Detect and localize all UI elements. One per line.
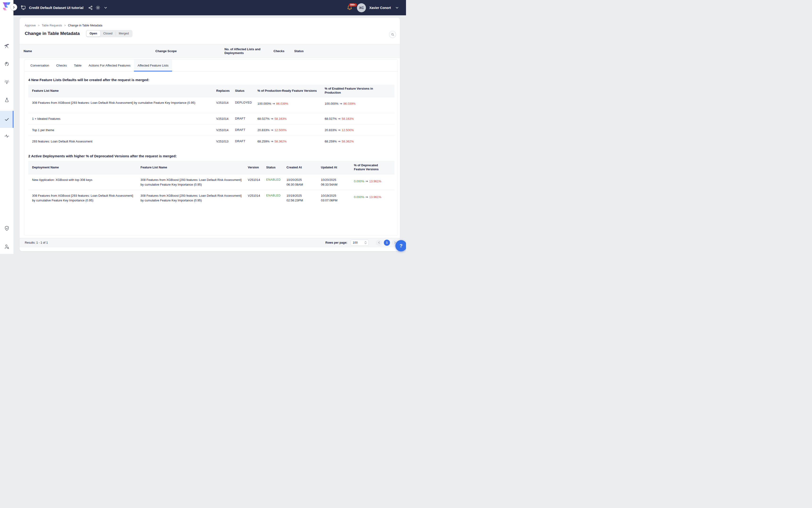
table-row: Top 1 per theme V251014 DRAFT 20.833%⇒12… <box>28 124 395 136</box>
change-arrow: ⇒ <box>269 128 274 132</box>
column-checks: Checks <box>273 49 284 53</box>
version: V251014 <box>248 174 266 185</box>
search-button[interactable] <box>389 31 396 38</box>
main-content-card: Approve > Table Requests > Change in Tab… <box>19 18 400 251</box>
sidebar-item-brain-gear-icon[interactable] <box>0 58 13 69</box>
tab-checks[interactable]: Checks <box>53 59 71 72</box>
change-arrow: ⇒ <box>339 102 344 105</box>
help-button[interactable]: ? <box>395 240 406 251</box>
request-detail-panel: Conversation Checks Table Actions For Af… <box>24 59 398 236</box>
tab-table[interactable]: Table <box>71 59 85 72</box>
created-at: 10/20/2025 06:30:08AM <box>286 174 321 190</box>
request-table-header: Name Change Scope No. of Affected Lists … <box>19 44 400 58</box>
deployment-name: 308 Features from XGBoost [293 features:… <box>28 190 140 206</box>
change-arrow: ⇒ <box>271 102 276 105</box>
sidebar-item-approve-check-icon[interactable] <box>0 114 13 125</box>
user-name: Xavier Conort <box>369 6 391 10</box>
feature-list-name: Top 1 per theme <box>28 125 216 135</box>
catalog-chevron-down-icon[interactable] <box>103 5 108 11</box>
column-affected-lists: No. of Affected Lists and Deployments <box>224 47 264 55</box>
tab-affected-feature-lists[interactable]: Affected Feature Lists <box>134 59 172 72</box>
replaces-version: V251014 <box>216 97 235 108</box>
deployments-table-header: Deployment Name Feature List Name Versio… <box>28 161 395 174</box>
pct-enabled-production: 100.000%⇒86.039% <box>325 97 395 109</box>
col-replaces: Replaces <box>216 87 235 95</box>
notifications-bell-icon[interactable]: 999+ <box>347 4 354 12</box>
user-menu-chevron-down-icon[interactable] <box>394 5 400 11</box>
filter-closed-button[interactable]: Closed <box>100 31 116 37</box>
status-badge: DRAFT <box>235 125 258 135</box>
status-badge: DRAFT <box>235 136 258 146</box>
sidebar-item-lightbulb-icon[interactable] <box>0 77 13 87</box>
column-name: Name <box>24 49 32 53</box>
breadcrumb-table-requests[interactable]: Table Requests <box>42 24 62 27</box>
created-at: 10/19/2025 02:56:23PM <box>286 190 321 206</box>
page-1-button[interactable]: 1 <box>384 240 390 246</box>
col-pct-enabled-in-production: % of Enabled Feature Versions in Product… <box>325 84 395 97</box>
sidebar-item-user-search-icon[interactable] <box>0 242 13 252</box>
col-version: Version <box>248 163 266 172</box>
tab-actions-for-affected-features[interactable]: Actions For Affected Features <box>85 59 134 72</box>
sidebar-expand-toggle[interactable] <box>10 4 17 11</box>
status-badge: ENABLED <box>266 174 286 185</box>
pct-enabled-production: 20.833%⇒12.500% <box>325 125 395 135</box>
change-arrow: ⇒ <box>269 140 274 143</box>
sidebar-item-explore-telescope-icon[interactable] <box>0 41 13 51</box>
status-badge: ENABLED <box>266 190 286 201</box>
results-count: Results: 1 - 1 of 1 <box>25 241 48 244</box>
pct-production-ready: 20.833%⇒12.500% <box>258 125 325 135</box>
breadcrumb-separator: > <box>38 24 40 27</box>
table-row: New Application: XGBoost with top 308 ke… <box>28 174 395 190</box>
updated-at: 10/20/2025 06:33:54AM <box>321 174 354 190</box>
pct-production-ready: 68.259%⇒58.362% <box>258 136 325 147</box>
filter-merged-button[interactable]: Merged <box>116 31 132 37</box>
stepper-arrows[interactable] <box>364 241 367 244</box>
sidebar-item-activity-pulse-icon[interactable] <box>0 131 13 141</box>
previous-page-button[interactable] <box>376 240 382 246</box>
settings-gear-icon[interactable] <box>95 5 101 11</box>
rows-per-page-input[interactable] <box>353 241 362 244</box>
sidebar-item-flask-icon[interactable] <box>0 95 13 105</box>
column-change-scope: Change Scope <box>155 49 177 53</box>
catalog-title: Credit Default Dataset UI tutorial <box>29 6 84 10</box>
col-updated-at: Updated At <box>321 163 354 172</box>
change-arrow: ⇒ <box>337 128 342 132</box>
col-pct-deprecated: % of Deprecated Feature Versions <box>354 161 395 174</box>
status-badge: DRAFT <box>235 113 258 124</box>
sidebar-item-shield-check-icon[interactable] <box>0 223 13 234</box>
breadcrumb: Approve > Table Requests > Change in Tab… <box>25 24 102 27</box>
feature-list-name: 308 Features from XGBoost [293 features:… <box>140 174 248 190</box>
change-arrow: ⇒ <box>364 195 369 199</box>
featurebyte-logo[interactable] <box>3 2 11 11</box>
col-feature-list-name: Feature List Name <box>28 87 216 95</box>
notification-count-badge: 999+ <box>349 3 357 7</box>
breadcrumb-current: Change in Table Metadata <box>68 24 102 27</box>
col-feature-list-name: Feature List Name <box>140 163 248 172</box>
tab-conversation[interactable]: Conversation <box>27 59 53 72</box>
col-created-at: Created At <box>286 163 321 172</box>
feature-list-name: 308 Features from XGBoost [293 features:… <box>28 97 216 108</box>
change-arrow: ⇒ <box>269 117 274 121</box>
detail-tabs: Conversation Checks Table Actions For Af… <box>25 59 398 72</box>
pct-deprecated: 0.000%⇒13.961% <box>354 190 395 202</box>
breadcrumb-approve[interactable]: Approve <box>25 24 36 27</box>
top-header-bar: Credit Default Dataset UI tutorial <box>13 0 406 15</box>
request-state-filter: Open Closed Merged <box>86 30 133 37</box>
rows-per-page-stepper[interactable] <box>351 240 369 246</box>
pct-production-ready: 100.000%⇒86.039% <box>258 97 325 109</box>
user-avatar[interactable]: XC <box>357 3 366 12</box>
feature-list-name: 293 features: Loan Default Risk Assessme… <box>28 136 216 147</box>
left-sidebar <box>0 0 13 254</box>
deployments-table: Deployment Name Feature List Name Versio… <box>28 161 395 209</box>
change-arrow: ⇒ <box>337 140 342 143</box>
col-pct-production-ready: % of Production-Ready Feature Versions <box>258 87 325 95</box>
catalog-monitor-icon <box>20 5 26 11</box>
filter-open-button[interactable]: Open <box>87 31 100 37</box>
column-status: Status <box>294 49 304 53</box>
replaces-version: V251014 <box>216 125 235 135</box>
share-icon[interactable] <box>88 5 93 11</box>
pct-production-ready: 68.027%⇒58.163% <box>258 113 325 124</box>
updated-at: 10/19/2025 03:07:06PM <box>321 190 354 206</box>
deployments-section-heading: 2 Active Deployments with higher % of De… <box>28 154 394 158</box>
change-arrow: ⇒ <box>364 179 369 183</box>
